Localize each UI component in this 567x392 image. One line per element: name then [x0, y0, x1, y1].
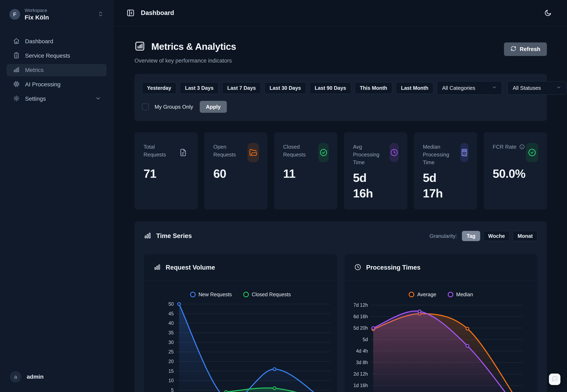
metric-label: Open Requests [213, 143, 248, 158]
metric-value: 50.0% [493, 166, 538, 182]
top-header: Dashboard [113, 0, 567, 26]
metric-label: Total Requests [144, 143, 177, 158]
workspace-label: Workspace [25, 8, 93, 13]
user-name: admin [27, 374, 44, 380]
sidebar-item-label: AI Processing [25, 81, 60, 88]
metric-value-line: 5d [353, 170, 399, 185]
granularity-label: Granularity: [430, 233, 457, 239]
filter-panel: YesterdayLast 3 DaysLast 7 DaysLast 30 D… [134, 74, 547, 121]
processing-times-header: Processing Times [344, 254, 538, 281]
metric-label-text: FCR Rate [493, 144, 517, 150]
legend-swatch [190, 292, 196, 297]
clock-icon [354, 264, 361, 271]
user-menu[interactable]: a admin [7, 369, 106, 385]
metric-label: Avg Processing Time [353, 143, 389, 166]
legend-label: Average [417, 292, 436, 297]
request-volume-title: Request Volume [166, 264, 215, 271]
request-volume-header: Request Volume [144, 254, 337, 281]
svg-text:20: 20 [168, 359, 174, 364]
metric-label: FCR Rate [493, 143, 525, 152]
metric-card-top: Closed Requests [283, 143, 329, 162]
check-circle-icon [318, 143, 329, 162]
sidebar-item-settings[interactable]: Settings [7, 93, 106, 105]
apply-button[interactable]: Apply [200, 101, 227, 113]
header-title: Dashboard [141, 9, 174, 17]
calculator-icon [460, 143, 468, 162]
svg-text:2d 12h: 2d 12h [353, 371, 368, 377]
range-button-last-90-days[interactable]: Last 90 Days [310, 82, 351, 94]
sidebar: F Workspace Fix Köln DashboardService Re… [0, 0, 113, 392]
legend-item-average[interactable]: Average [409, 292, 436, 297]
range-button-last-month[interactable]: Last Month [396, 82, 433, 94]
svg-text:7d 12h: 7d 12h [353, 302, 368, 308]
svg-text:6d 16h: 6d 16h [353, 314, 368, 319]
processing-times-title: Processing Times [366, 264, 421, 271]
svg-text:1d 16h: 1d 16h [353, 383, 368, 388]
categories-select[interactable]: All Categories [437, 81, 502, 95]
page-head: Metrics & Analytics Overview of key perf… [134, 41, 547, 64]
granularity-group: Granularity: TagWocheMonat [430, 231, 537, 241]
granularity-button-tag[interactable]: Tag [462, 231, 480, 241]
granularity-button-woche[interactable]: Woche [483, 231, 510, 241]
metric-cards: Total Requests71Open Requests60Closed Re… [134, 132, 547, 210]
my-groups-checkbox[interactable] [142, 103, 149, 110]
metric-card-open-requests: Open Requests60 [204, 132, 268, 210]
request-volume-chart: 5045403530252015105 [144, 281, 337, 392]
time-series-title: Time Series [156, 232, 192, 240]
legend-item-closed-requests[interactable]: Closed Requests [243, 292, 291, 297]
sidebar-item-dashboard[interactable]: Dashboard [7, 35, 106, 48]
sidebar-item-ai-processing[interactable]: AI Processing [7, 78, 106, 91]
request-volume-legend: New RequestsClosed Requests [144, 292, 337, 297]
range-button-last-3-days[interactable]: Last 3 Days [180, 82, 219, 94]
metric-card-closed-requests: Closed Requests11 [274, 132, 337, 210]
svg-text:30: 30 [168, 340, 174, 345]
metric-value-line: 17h [423, 185, 468, 201]
chat-fab-button[interactable] [549, 374, 560, 385]
sidebar-item-service-requests[interactable]: Service Requests [7, 50, 106, 62]
metric-label-text: Closed Requests [283, 144, 306, 158]
legend-label: New Requests [198, 292, 232, 297]
bar-chart-icon [154, 264, 161, 271]
request-volume-card: Request Volume New RequestsClosed Reques… [144, 254, 337, 392]
workspace-switcher[interactable]: F Workspace Fix Köln [7, 6, 106, 23]
chevron-down-icon [556, 85, 561, 91]
svg-text:4d 4h: 4d 4h [356, 348, 368, 354]
my-groups-label: My Groups Only [155, 104, 193, 110]
svg-text:35: 35 [168, 330, 174, 336]
refresh-button[interactable]: Refresh [504, 42, 547, 56]
metric-card-top: FCR Rate [493, 143, 538, 162]
time-series-header: Time Series Granularity: TagWocheMonat [144, 231, 537, 241]
range-button-last-7-days[interactable]: Last 7 Days [222, 82, 261, 94]
sidebar-collapse-icon[interactable] [126, 9, 135, 17]
moon-icon[interactable] [542, 7, 554, 19]
clipboard-icon [13, 52, 20, 59]
metric-card-median-processing-time: Median Processing Time5d17h [414, 132, 477, 210]
processing-times-body: AverageMedian 7d 12h6d 16h5d 20h5d4d 4h3… [344, 281, 538, 392]
processing-times-card: Processing Times AverageMedian 7d 12h6d … [344, 254, 538, 392]
statuses-select[interactable]: All Statuses [507, 81, 567, 95]
filter-apply-row: My Groups Only Apply [142, 101, 539, 113]
workspace-avatar-letter: F [13, 11, 16, 18]
metric-value-text: 50.0% [493, 167, 525, 180]
metric-card-top: Total Requests [144, 143, 189, 162]
range-button-yesterday[interactable]: Yesterday [142, 82, 176, 94]
legend-item-new-requests[interactable]: New Requests [190, 292, 232, 297]
analytics-icon [134, 41, 145, 52]
metric-value: 71 [144, 166, 189, 182]
svg-text:10: 10 [168, 378, 174, 383]
info-icon [519, 144, 525, 152]
main-area: Dashboard Metrics & Analytics Overview o… [113, 0, 567, 392]
sidebar-item-metrics[interactable]: Metrics [7, 64, 106, 76]
metric-value: 5d17h [423, 170, 468, 201]
time-series-panel: Time Series Granularity: TagWocheMonat R… [134, 222, 547, 392]
app-root: F Workspace Fix Köln DashboardService Re… [0, 0, 567, 392]
range-button-last-30-days[interactable]: Last 30 Days [264, 82, 306, 94]
legend-item-median[interactable]: Median [448, 292, 473, 297]
svg-text:5d 20h: 5d 20h [353, 325, 368, 331]
metric-card-avg-processing-time: Avg Processing Time5d16h [344, 132, 407, 210]
range-button-this-month[interactable]: This Month [355, 82, 392, 94]
metric-label-text: Avg Processing Time [353, 144, 379, 166]
processing-times-legend: AverageMedian [344, 292, 538, 297]
granularity-button-monat[interactable]: Monat [513, 231, 537, 241]
svg-text:3d 8h: 3d 8h [356, 360, 368, 365]
